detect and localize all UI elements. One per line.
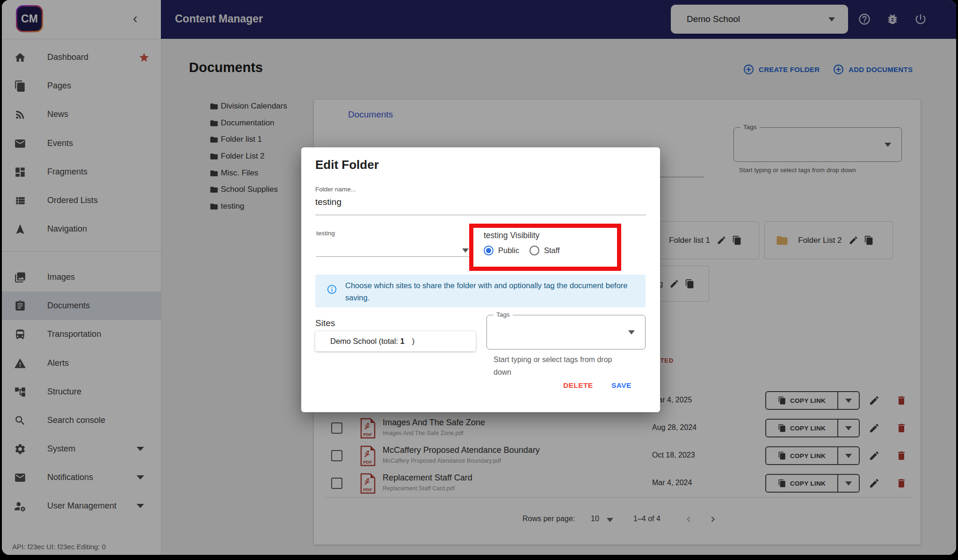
- save-button[interactable]: SAVE: [611, 381, 631, 390]
- parent-folder-select[interactable]: [316, 256, 471, 257]
- folder-name-input[interactable]: testing: [315, 197, 341, 207]
- radio-staff[interactable]: [530, 246, 539, 255]
- tags-select[interactable]: Tags: [486, 315, 646, 349]
- folder-name-label: Folder name...: [315, 186, 356, 193]
- tags-helper-text: Start typing or select tags from drop do…: [494, 353, 624, 378]
- delete-button[interactable]: DELETE: [563, 381, 593, 390]
- dialog-title: Edit Folder: [315, 158, 379, 172]
- site-card[interactable]: Demo School (total: 1): [315, 331, 476, 351]
- app-window: CM ‹ Dashboard Pages News Events Fragmen…: [2, 0, 956, 555]
- edit-folder-dialog: Edit Folder Folder name... testing testi…: [301, 147, 660, 412]
- parent-folder-select-label: testing: [316, 230, 335, 237]
- radio-public[interactable]: [484, 246, 494, 255]
- folder-name-underline: [315, 215, 646, 215]
- info-banner: Choose which sites to share the folder w…: [315, 275, 646, 307]
- highlight-rectangle: testing Visibility Public Staff: [469, 224, 621, 271]
- sites-label: Sites: [315, 318, 335, 328]
- chevron-down-icon: [628, 330, 635, 335]
- info-icon: [327, 284, 337, 295]
- visibility-label: testing Visibility: [484, 231, 539, 240]
- info-text: Choose which sites to share the folder w…: [345, 279, 635, 304]
- chevron-down-icon[interactable]: [462, 248, 469, 253]
